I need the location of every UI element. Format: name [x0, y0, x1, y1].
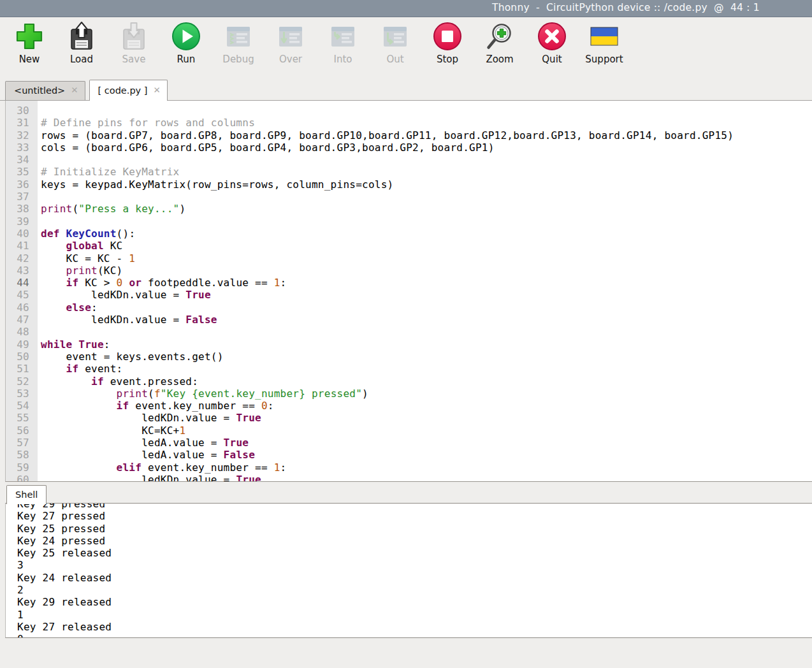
line-number: 40: [6, 228, 29, 240]
code-line[interactable]: 30: [6, 105, 812, 117]
code-text: print(f"Key {event.key_number} pressed"): [41, 388, 368, 400]
title-bar: Thonny - CircuitPython device :: /code.p…: [0, 0, 812, 17]
shell-line: Key 25 released: [17, 547, 812, 559]
code-line[interactable]: 41 global KC: [6, 240, 812, 252]
shell-line: Key 29 released: [17, 596, 812, 608]
code-editor[interactable]: 3031# Define pins for rows and columns32…: [5, 101, 812, 482]
line-number: 56: [6, 425, 29, 437]
window-title: Thonny - CircuitPython device :: /code.p…: [492, 2, 760, 13]
debug-button: Debug: [212, 21, 265, 75]
code-text: if event.pressed:: [41, 375, 198, 388]
toolbar-label: Stop: [437, 54, 458, 65]
code-line[interactable]: 40def KeyCount():: [6, 228, 812, 240]
quit-button[interactable]: Quit: [526, 21, 578, 75]
shell-tab-label: Shell: [15, 490, 38, 500]
shell-line: Key 27 pressed: [17, 510, 812, 522]
code-line[interactable]: 37: [6, 191, 812, 203]
code-text: else:: [41, 301, 98, 314]
code-line[interactable]: 48: [6, 326, 812, 338]
toolbar-label: Save: [122, 54, 146, 65]
line-number: 48: [6, 326, 29, 338]
code-line[interactable]: 51 if event:: [6, 363, 812, 375]
shell-panel: Shell Key 29 pressedKey 27 pressedKey 25…: [0, 482, 812, 655]
code-text: if event:: [41, 363, 122, 375]
code-text: ledKDn.value = True: [41, 412, 261, 424]
code-line[interactable]: 33cols = (board.GP6, board.GP5, board.GP…: [6, 142, 812, 154]
code-line[interactable]: 50 event = keys.events.get(): [6, 351, 812, 363]
editor-tab-bar: <untitled> ✕ [ code.py ] ✕: [0, 75, 812, 101]
support-button[interactable]: Support: [578, 21, 630, 75]
code-line[interactable]: 54 if event.key_number == 0:: [6, 400, 812, 412]
step-out-icon: [380, 21, 410, 52]
toolbar-label: Over: [279, 54, 302, 65]
line-number: 34: [6, 154, 29, 166]
code-line[interactable]: 31# Define pins for rows and columns: [6, 117, 812, 129]
zoom-button[interactable]: Zoom: [474, 21, 526, 75]
code-line[interactable]: 49while True:: [6, 338, 812, 351]
code-text: # Initialize KeyMatrix: [41, 166, 179, 178]
code-line[interactable]: 53 print(f"Key {event.key_number} presse…: [6, 388, 812, 400]
code-line[interactable]: 32rows = (board.GP7, board.GP8, board.GP…: [6, 129, 812, 142]
code-line[interactable]: 59 elif event.key_number == 1:: [6, 461, 812, 474]
toolbar-label: Run: [177, 54, 196, 65]
line-number: 51: [6, 363, 29, 375]
stop-button[interactable]: Stop: [421, 21, 474, 75]
code-text: ledA.value = True: [41, 437, 249, 449]
new-button[interactable]: New: [3, 21, 55, 75]
line-number: 30: [6, 105, 29, 117]
code-text: print(KC): [41, 265, 122, 277]
shell-line: 3: [17, 559, 812, 571]
code-line[interactable]: 44 if KC > 0 or footpeddle.value == 1:: [6, 277, 812, 289]
code-line[interactable]: 60 ledKDn.value = True: [6, 474, 812, 482]
code-text: event = keys.events.get(): [41, 351, 224, 363]
code-line[interactable]: 57 ledA.value = True: [6, 437, 812, 449]
code-line[interactable]: 58 ledA.value = False: [6, 449, 812, 461]
toolbar: New Load Save: [0, 17, 812, 75]
save-floppy-down-arrow-icon: [119, 21, 149, 52]
shell-output-box[interactable]: Key 29 pressedKey 27 pressedKey 25 press…: [5, 503, 812, 638]
code-line[interactable]: 56 KC=KC+1: [6, 425, 812, 437]
code-line[interactable]: 38print("Press a key..."): [6, 203, 812, 215]
stop-square-icon: [432, 21, 463, 52]
toolbar-label: Load: [70, 54, 93, 65]
tab-shell[interactable]: Shell: [6, 485, 47, 504]
code-text: keys = keypad.KeyMatrix(row_pins=rows, c…: [41, 178, 393, 191]
quit-cross-icon: [537, 21, 567, 52]
shell-output: Key 29 pressedKey 27 pressedKey 25 press…: [6, 503, 812, 638]
step-out-button: Out: [369, 21, 421, 75]
toolbar-label: Into: [334, 54, 352, 65]
code-line[interactable]: 36keys = keypad.KeyMatrix(row_pins=rows,…: [6, 178, 812, 191]
line-number: 54: [6, 400, 29, 412]
code-line[interactable]: 39: [6, 215, 812, 228]
load-floppy-up-arrow-icon: [66, 21, 97, 52]
code-text: KC = KC - 1: [41, 252, 135, 265]
line-number: 45: [6, 289, 29, 301]
toolbar-label: Zoom: [486, 54, 513, 65]
code-line[interactable]: 55 ledKDn.value = True: [6, 412, 812, 424]
code-text: print("Press a key..."): [41, 203, 185, 215]
code-line[interactable]: 42 KC = KC - 1: [6, 252, 812, 265]
line-number: 60: [6, 474, 29, 482]
code-line[interactable]: 52 if event.pressed:: [6, 375, 812, 388]
close-icon[interactable]: ✕: [71, 86, 78, 95]
line-number: 53: [6, 388, 29, 400]
code-line[interactable]: 35# Initialize KeyMatrix: [6, 166, 812, 178]
tab-code-py[interactable]: [ code.py ] ✕: [89, 80, 168, 101]
code-line[interactable]: 43 print(KC): [6, 265, 812, 277]
close-icon[interactable]: ✕: [153, 86, 160, 95]
new-file-plus-icon: [14, 21, 45, 52]
shell-line: 0: [17, 633, 812, 638]
line-number: 33: [6, 142, 29, 154]
run-button[interactable]: Run: [160, 21, 212, 75]
code-line[interactable]: 45 ledKDn.value = True: [6, 289, 812, 301]
zoom-magnifier-plus-icon: [484, 21, 515, 52]
code-lines[interactable]: 3031# Define pins for rows and columns32…: [6, 105, 812, 482]
line-number: 44: [6, 277, 29, 289]
load-button[interactable]: Load: [55, 21, 108, 75]
code-line[interactable]: 46 else:: [6, 301, 812, 314]
code-line[interactable]: 47 ledKDn.value = False: [6, 314, 812, 326]
line-number: 38: [6, 203, 29, 215]
tab-untitled[interactable]: <untitled> ✕: [5, 81, 85, 100]
step-into-button: Into: [317, 21, 369, 75]
code-line[interactable]: 34: [6, 154, 812, 166]
